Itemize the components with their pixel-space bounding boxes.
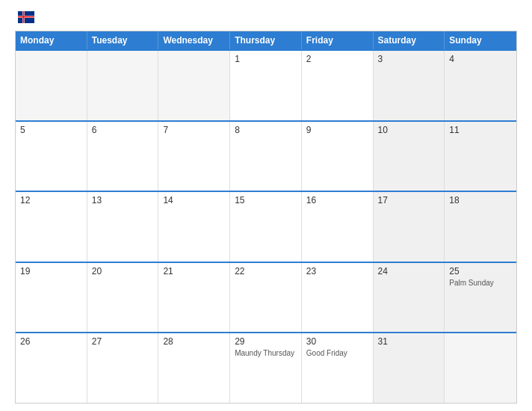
day-number: 30 [306,336,368,347]
cal-header-sunday: Sunday [445,31,516,49]
calendar-cell: 21 [158,263,230,333]
day-number: 12 [20,195,82,206]
day-number: 23 [306,266,368,276]
day-number: 20 [92,266,154,276]
calendar-cell [87,51,159,120]
day-number: 17 [378,195,440,206]
calendar-cell: 19 [16,263,87,333]
day-number: 4 [449,54,512,64]
day-number: 14 [163,195,225,206]
day-number: 24 [378,266,440,276]
day-number: 18 [449,195,512,206]
calendar-cell: 6 [87,122,159,191]
svg-rect-4 [18,16,34,18]
day-number: 11 [449,125,512,135]
calendar-cell: 29Maundy Thursday [230,333,302,403]
day-number: 26 [20,336,82,347]
cal-header-saturday: Saturday [374,31,445,49]
calendar-cell: 27 [87,333,159,403]
cal-header-wednesday: Wednesday [158,31,230,49]
calendar-cell: 18 [445,192,516,262]
day-number: 10 [378,125,440,135]
day-number: 27 [92,336,154,347]
calendar-cell: 26 [16,333,87,403]
day-number: 9 [306,125,368,135]
calendar-cell: 30Good Friday [302,333,374,403]
calendar-week-3: 12131415161718 [16,191,516,262]
day-number: 21 [163,266,225,276]
calendar-cell: 3 [374,51,445,120]
day-number: 7 [163,125,225,135]
calendar-cell: 20 [87,263,159,333]
calendar-cell: 9 [302,122,374,191]
day-number: 8 [235,125,297,135]
day-number: 19 [20,266,82,276]
calendar-cell: 12 [16,192,87,262]
calendar-cell: 23 [302,263,374,333]
cal-header-thursday: Thursday [230,31,302,49]
calendar-cell: 16 [302,192,374,262]
day-number: 25 [449,266,512,276]
calendar-week-5: 26272829Maundy Thursday30Good Friday31 [16,332,516,403]
calendar-cell: 14 [158,192,230,262]
cal-header-monday: Monday [16,31,87,49]
calendar-cell: 2 [302,51,374,120]
calendar-page: MondayTuesdayWednesdayThursdayFridaySatu… [0,0,532,411]
calendar-cell: 5 [16,122,87,191]
calendar-cell: 28 [158,333,230,403]
calendar-cell: 17 [374,192,445,262]
calendar-body: 1234567891011121314151617181920212223242… [16,49,516,403]
cal-header-friday: Friday [302,31,374,49]
calendar-cell: 4 [445,51,516,120]
logo [15,11,34,23]
logo-flag-icon [18,11,34,23]
day-number: 3 [378,54,440,64]
calendar-cell: 8 [230,122,302,191]
day-number: 1 [235,54,297,64]
calendar-grid: MondayTuesdayWednesdayThursdayFridaySatu… [15,31,517,404]
calendar-cell: 24 [374,263,445,333]
calendar-cell: 13 [87,192,159,262]
calendar-cell [445,333,516,403]
calendar-cell [158,51,230,120]
calendar-cell: 10 [374,122,445,191]
day-event: Palm Sunday [449,278,512,288]
day-number: 29 [235,336,297,347]
calendar-cell [16,51,87,120]
cal-header-tuesday: Tuesday [87,31,159,49]
calendar-week-4: 19202122232425Palm Sunday [16,262,516,333]
day-number: 28 [163,336,225,347]
calendar-cell: 1 [230,51,302,120]
day-number: 16 [306,195,368,206]
day-number: 15 [235,195,297,206]
calendar-cell: 25Palm Sunday [445,263,516,333]
day-number: 5 [20,125,82,135]
day-number: 13 [92,195,154,206]
day-event: Maundy Thursday [235,348,297,358]
calendar-cell: 7 [158,122,230,191]
page-header [15,11,517,23]
calendar-cell: 31 [374,333,445,403]
calendar-week-2: 567891011 [16,120,516,191]
calendar-header-row: MondayTuesdayWednesdayThursdayFridaySatu… [16,31,516,49]
day-number: 22 [235,266,297,276]
day-number: 6 [92,125,154,135]
day-number: 2 [306,54,368,64]
calendar-cell: 22 [230,263,302,333]
calendar-cell: 11 [445,122,516,191]
calendar-week-1: 1234 [16,49,516,120]
day-number: 31 [378,336,440,347]
day-event: Good Friday [306,348,368,358]
calendar-cell: 15 [230,192,302,262]
